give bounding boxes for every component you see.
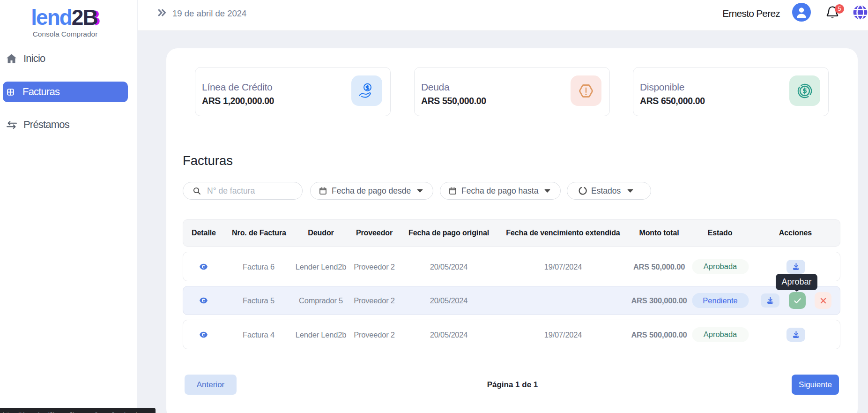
svg-text:5: 5 [838,5,841,12]
